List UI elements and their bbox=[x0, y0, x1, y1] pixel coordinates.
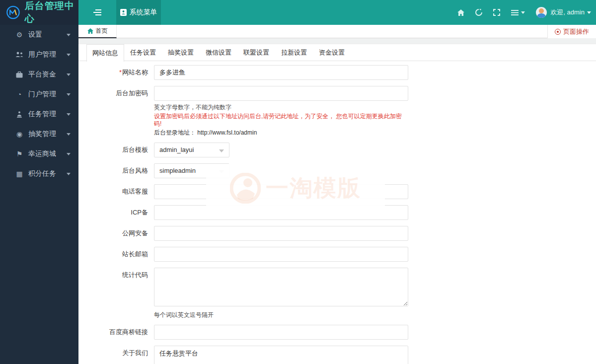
form-row: 关于我们 任务悬赏平台 bbox=[78, 346, 596, 364]
tab-home[interactable]: 首页 bbox=[78, 25, 117, 38]
public-security-label: 公网安备 bbox=[78, 226, 154, 241]
sidebar-item-label: 设置 bbox=[28, 30, 42, 39]
form-row: ICP备 bbox=[78, 205, 596, 220]
fullscreen-icon[interactable] bbox=[493, 9, 500, 16]
tab-lottery-settings[interactable]: 抽奖设置 bbox=[162, 44, 200, 61]
funds-icon bbox=[15, 72, 24, 78]
chevron-down-icon bbox=[587, 11, 591, 14]
public-security-input[interactable] bbox=[154, 226, 408, 241]
content-panel: 网站信息 任务设置 抽奖设置 微信设置 联盟设置 拉新设置 资金设置 *网站名称… bbox=[78, 44, 596, 364]
sidebar-item-user-management[interactable]: 用户管理 bbox=[0, 45, 78, 65]
form-row: *网站名称 bbox=[78, 65, 596, 80]
form-row: 后台加密码 英文字母数字，不能为纯数字 设置加密码后必须通过以下地址访问后台,请… bbox=[78, 86, 596, 137]
form-row: 站长邮箱 bbox=[78, 247, 596, 262]
sidebar-item-platform-funds[interactable]: 平台资金 bbox=[0, 65, 78, 84]
system-menu-icon bbox=[120, 9, 127, 16]
portal-icon: ◔ bbox=[15, 90, 24, 98]
tab-funds-settings[interactable]: 资金设置 bbox=[313, 44, 351, 61]
admin-template-select[interactable]: admin_layui bbox=[154, 143, 229, 157]
form-row: 公网安备 bbox=[78, 226, 596, 241]
tab-task-settings[interactable]: 任务设置 bbox=[124, 44, 162, 61]
points-icon: ▦ bbox=[15, 170, 24, 178]
about-us-textarea[interactable]: 任务悬赏平台 bbox=[154, 346, 408, 364]
site-info-form: *网站名称 后台加密码 英文字母数字，不能为纯数字 设置加密码后必须通过以下地址… bbox=[78, 61, 596, 364]
form-row: 后台模板 admin_layui bbox=[78, 143, 596, 157]
page-actions-label: 页面操作 bbox=[563, 27, 589, 36]
chevron-down-icon bbox=[67, 113, 71, 116]
chevron-down-icon bbox=[67, 133, 71, 136]
stats-code-label: 统计代码 bbox=[78, 268, 154, 319]
admin-style-select[interactable]: simpleadmin bbox=[154, 163, 229, 178]
sidebar-item-label: 用户管理 bbox=[28, 50, 56, 59]
lottery-icon: ◉ bbox=[15, 130, 24, 138]
refresh-icon[interactable] bbox=[475, 9, 482, 16]
about-us-label: 关于我们 bbox=[78, 346, 154, 364]
sidebar-item-points-tasks[interactable]: ▦ 积分任务 bbox=[0, 164, 78, 184]
phone-service-input[interactable] bbox=[154, 184, 408, 199]
chevron-down-icon bbox=[67, 93, 71, 96]
sidebar: ⚙ 设置 用户管理 平台资金 ◔ 门户管理 任务管理 ◉ 抽奖管理 ⚑ 幸运商城 bbox=[0, 25, 78, 364]
dot-circle-icon bbox=[555, 29, 561, 35]
sidebar-item-label: 积分任务 bbox=[28, 169, 56, 178]
home-tab-icon bbox=[87, 28, 93, 34]
hamburger-icon bbox=[93, 9, 101, 16]
open-tabs-strip: 首页 页面操作 bbox=[78, 25, 596, 38]
brand-logo-icon bbox=[6, 4, 20, 20]
site-name-input[interactable] bbox=[154, 65, 408, 80]
sidebar-toggle-button[interactable] bbox=[78, 0, 116, 25]
tasks-icon bbox=[15, 111, 24, 118]
admin-password-input[interactable] bbox=[154, 86, 408, 101]
webmaster-email-input[interactable] bbox=[154, 247, 408, 262]
page-actions-button[interactable]: 页面操作 bbox=[547, 25, 596, 38]
required-asterisk: * bbox=[119, 69, 122, 76]
icp-input[interactable] bbox=[154, 205, 408, 220]
sidebar-item-label: 平台资金 bbox=[28, 70, 56, 79]
chevron-down-icon bbox=[67, 34, 71, 36]
sidebar-item-label: 门户管理 bbox=[28, 90, 56, 99]
chevron-down-icon bbox=[67, 54, 71, 56]
admin-password-help: 英文字母数字，不能为纯数字 bbox=[154, 104, 408, 111]
phone-service-label: 电话客服 bbox=[78, 184, 154, 199]
chevron-down-icon bbox=[521, 11, 525, 14]
form-row: 后台风格 simpleadmin bbox=[78, 163, 596, 178]
home-tab-label: 首页 bbox=[96, 27, 108, 35]
chevron-down-icon bbox=[67, 173, 71, 175]
sidebar-item-task-management[interactable]: 任务管理 bbox=[0, 104, 78, 124]
sidebar-item-settings[interactable]: ⚙ 设置 bbox=[0, 25, 78, 45]
gears-icon: ⚙ bbox=[15, 31, 24, 39]
sidebar-item-label: 抽奖管理 bbox=[28, 130, 56, 139]
brand-title: 后台管理中心 bbox=[25, 0, 78, 25]
home-icon[interactable] bbox=[457, 9, 464, 16]
admin-login-address: 后台登录地址： http://www.fsl.to/admin bbox=[154, 129, 408, 137]
form-row: 百度商桥链接 bbox=[78, 325, 596, 340]
tab-site-info[interactable]: 网站信息 bbox=[86, 44, 124, 62]
users-icon bbox=[15, 52, 24, 58]
baidu-bridge-input[interactable] bbox=[154, 325, 408, 340]
tab-referral-settings[interactable]: 拉新设置 bbox=[275, 44, 313, 61]
stats-code-help: 每个词以英文逗号隔开 bbox=[154, 311, 408, 319]
sidebar-item-lottery-management[interactable]: ◉ 抽奖管理 bbox=[0, 124, 78, 144]
user-menu[interactable]: 欢迎, admin bbox=[536, 7, 591, 18]
top-header: 后台管理中心 系统菜单 bbox=[0, 0, 596, 25]
sidebar-item-lucky-mall[interactable]: ⚑ 幸运商城 bbox=[0, 144, 78, 164]
admin-password-label: 后台加密码 bbox=[78, 86, 154, 137]
more-menu-icon[interactable] bbox=[511, 10, 525, 15]
header-right-actions: 欢迎, admin bbox=[457, 0, 591, 25]
sidebar-item-label: 任务管理 bbox=[28, 110, 56, 119]
settings-tabs: 网站信息 任务设置 抽奖设置 微信设置 联盟设置 拉新设置 资金设置 bbox=[78, 44, 596, 61]
system-menu-button[interactable]: 系统菜单 bbox=[116, 0, 161, 25]
sidebar-item-portal-management[interactable]: ◔ 门户管理 bbox=[0, 84, 78, 104]
chevron-down-icon bbox=[67, 73, 71, 76]
admin-style-label: 后台风格 bbox=[78, 163, 154, 178]
tab-alliance-settings[interactable]: 联盟设置 bbox=[237, 44, 275, 61]
icp-label: ICP备 bbox=[78, 205, 154, 220]
admin-password-warning: 设置加密码后必须通过以下地址访问后台,请劳记此地址，为了安全， 您也可以定期更换… bbox=[154, 113, 408, 128]
sidebar-item-label: 幸运商城 bbox=[28, 149, 56, 158]
tab-wechat-settings[interactable]: 微信设置 bbox=[200, 44, 237, 61]
avatar bbox=[536, 7, 547, 18]
stats-code-textarea[interactable] bbox=[154, 268, 408, 306]
system-menu-label: 系统菜单 bbox=[130, 8, 157, 17]
baidu-bridge-label: 百度商桥链接 bbox=[78, 325, 154, 340]
brand-logo-area: 后台管理中心 bbox=[0, 0, 78, 25]
form-row: 电话客服 bbox=[78, 184, 596, 199]
